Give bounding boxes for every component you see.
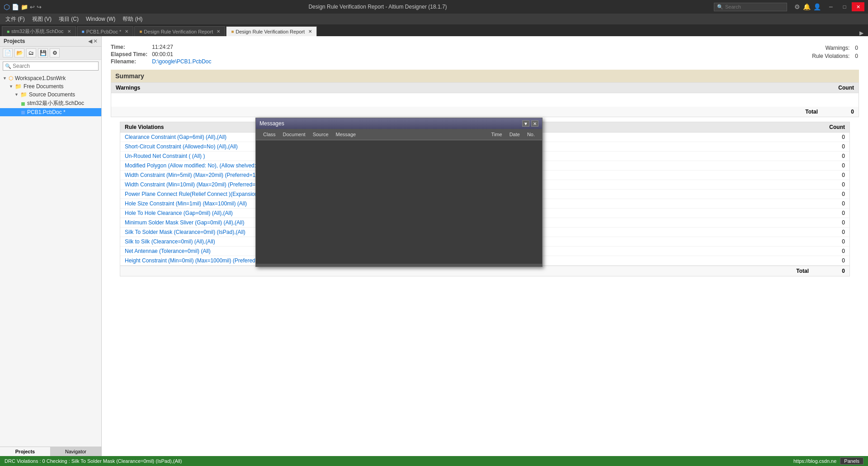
sidebar-search[interactable]: 🔍 (3, 62, 99, 71)
undo-icon[interactable]: ↩ (30, 4, 35, 10)
workspace-arrow: ▼ (3, 76, 7, 81)
violation-link[interactable]: Modified Polygon (Allow modified: No), (… (125, 162, 266, 169)
menu-file[interactable]: 文件 (F) (2, 14, 28, 24)
tab-drc2-label: Design Rule Verification Report (236, 29, 305, 34)
report-right-info: Warnings: 0 Rule Violations: 0 (802, 43, 859, 65)
sourcedocs-folder-icon: 📁 (20, 91, 27, 98)
sidebar-item-free-docs[interactable]: ▼ 📁 Free Documents (0, 82, 101, 90)
tabbar: ■ stm32最小系统.SchDoc ✕ ■ PCB1.PcbDoc * ✕ ■… (0, 24, 868, 36)
open-icon[interactable]: 📁 (21, 4, 28, 10)
sidebar-close-icon[interactable]: ✕ (93, 38, 98, 44)
menu-help[interactable]: 帮助 (H) (119, 14, 146, 24)
menu-project[interactable]: 项目 (C) (55, 14, 82, 24)
messages-resize-handle[interactable] (256, 264, 542, 266)
msg-col-date[interactable]: Date (506, 131, 524, 138)
tab-drc2[interactable]: ■ Design Rule Verification Report ✕ (226, 26, 317, 36)
tab-schdoc[interactable]: ■ stm32最小系统.SchDoc ✕ (2, 26, 76, 36)
violation-link[interactable]: Hole To Hole Clearance (Gap=0mil) (All),… (125, 210, 233, 216)
tab-drc1[interactable]: ■ Design Rule Verification Report ✕ (134, 26, 225, 36)
violation-link[interactable]: Net Antennae (Tolerance=0mil) (All) (125, 248, 211, 254)
messages-controls: ▼ ✕ (522, 120, 538, 127)
msg-col-class[interactable]: Class (259, 131, 279, 138)
violation-count: 0 (809, 200, 845, 207)
violation-count: 0 (809, 153, 845, 159)
settings-icon[interactable]: ⚙ (794, 3, 800, 10)
panel-toggle[interactable]: ▶ (857, 30, 866, 36)
menu-window[interactable]: Window (W) (82, 14, 119, 24)
violation-link[interactable]: Clearance Constraint (Gap=6mil) (All),(A… (125, 134, 226, 140)
violation-count: 0 (809, 162, 845, 169)
new-file-btn[interactable]: 📄 (3, 48, 13, 57)
sidebar-tab-navigator[interactable]: Navigator (51, 447, 101, 456)
sidebar-item-pcbdoc[interactable]: ◼ PCB1.PcbDoc * (0, 108, 101, 116)
violation-link[interactable]: Short-Circuit Constraint (Allowed=No) (A… (125, 143, 238, 150)
messages-close-button[interactable]: ✕ (531, 120, 538, 127)
filename-value[interactable]: D:\google\PCB1.PcbDoc (152, 58, 216, 65)
tab-drc2-close[interactable]: ✕ (308, 29, 312, 34)
msg-col-no[interactable]: No. (524, 131, 538, 138)
violation-count: 0 (809, 143, 845, 150)
new-icon[interactable]: 📄 (12, 4, 19, 10)
settings-sidebar-btn[interactable]: ⚙ (50, 48, 60, 57)
violation-count: 0 (809, 134, 845, 140)
time-value: 11:24:27 (152, 43, 216, 51)
freedocs-label: Free Documents (24, 83, 64, 90)
workspace-label: Workspace1.DsnWrk (15, 75, 66, 81)
freedocs-arrow: ▼ (9, 84, 13, 89)
tab-schdoc-close[interactable]: ✕ (67, 29, 71, 34)
sidebar-item-schdoc[interactable]: ◼ stm32最小系统.SchDoc (0, 99, 101, 108)
pcbdoc-tab-icon: ■ (82, 29, 85, 34)
warnings-title: Warnings (116, 85, 140, 91)
warnings-label: Warnings: (803, 44, 849, 52)
tab-pcbdoc-close[interactable]: ✕ (125, 29, 128, 34)
pcbdoc-tree-label: PCB1.PcbDoc * (27, 109, 66, 115)
open-file-btn[interactable]: 📂 (14, 48, 24, 57)
sidebar-tab-projects[interactable]: Projects (0, 447, 51, 456)
sidebar-search-icon: 🔍 (5, 63, 11, 69)
tab-pcbdoc[interactable]: ■ PCB1.PcbDoc * ✕ (77, 26, 134, 36)
violation-count: 0 (809, 257, 845, 264)
violation-count: 0 (809, 191, 845, 197)
global-search-input[interactable] (725, 4, 784, 10)
user-icon[interactable]: 👤 (813, 3, 821, 10)
violation-link[interactable]: Minimum Solder Mask Sliver (Gap=0mil) (A… (125, 219, 244, 226)
drc1-tab-icon: ■ (139, 29, 142, 34)
violations-total-label: Total (796, 268, 809, 274)
violations-total-row: Total 0 (120, 266, 849, 276)
status-text: DRC Violations : 0 Checking : Silk To So… (5, 458, 182, 464)
violation-link[interactable]: Silk To Solder Mask (Clearance=0mil) (Is… (125, 229, 245, 235)
menu-view[interactable]: 视图 (V) (28, 14, 55, 24)
msg-col-time[interactable]: Time (488, 131, 506, 138)
close-button[interactable]: ✕ (852, 2, 864, 11)
violation-link[interactable]: Silk to Silk (Clearance=0mil) (All),(All… (125, 238, 215, 245)
save-file-btn[interactable]: 💾 (38, 48, 48, 57)
schdoc-tree-icon: ◼ (21, 100, 25, 107)
maximize-button[interactable]: □ (838, 2, 851, 11)
msg-col-message[interactable]: Message (332, 131, 481, 138)
sidebar-pin-icon[interactable]: ◀ (88, 38, 92, 44)
global-search-box[interactable]: 🔍 (714, 3, 787, 11)
sourcedocs-label: Source Documents (29, 91, 75, 98)
msg-col-source[interactable]: Source (309, 131, 332, 138)
notification-icon[interactable]: 🔔 (803, 3, 811, 10)
close-file-btn[interactable]: 🗂 (26, 48, 36, 57)
sidebar-search-input[interactable] (13, 63, 96, 69)
violation-link[interactable]: Un-Routed Net Constraint ( (All) ) (125, 153, 205, 159)
panels-button[interactable]: Panels (840, 457, 863, 465)
tab-drc1-close[interactable]: ✕ (217, 29, 220, 34)
sidebar-item-source-docs[interactable]: ▼ 📁 Source Documents (0, 90, 101, 99)
messages-pin-button[interactable]: ▼ (522, 120, 529, 127)
redo-icon[interactable]: ↪ (37, 4, 42, 10)
sidebar-item-workspace[interactable]: ▼ ⬡ Workspace1.DsnWrk (0, 74, 101, 82)
violation-link[interactable]: Hole Size Constraint (Min=1mil) (Max=100… (125, 200, 247, 207)
freedocs-folder-icon: 📁 (15, 83, 22, 90)
warnings-total-label: Total (805, 109, 818, 115)
minimize-button[interactable]: ─ (825, 2, 837, 11)
violation-count: 0 (809, 238, 845, 245)
warnings-section: Warnings Count Total 0 (111, 82, 859, 117)
sourcedocs-arrow: ▼ (14, 92, 19, 97)
msg-col-document[interactable]: Document (279, 131, 309, 138)
window-controls: ─ □ ✕ (825, 2, 864, 11)
filename-label: Filename: (111, 58, 152, 65)
messages-titlebar: Messages ▼ ✕ (256, 118, 542, 129)
